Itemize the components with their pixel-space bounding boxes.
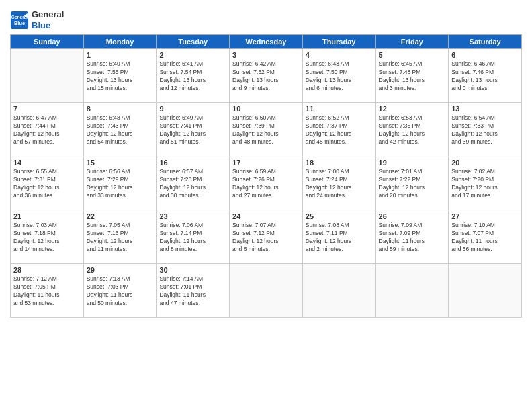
day-info-line: Sunrise: 6:57 AM: [159, 168, 226, 176]
day-cell: 11Sunrise: 6:52 AMSunset: 7:37 PMDayligh…: [302, 103, 375, 156]
day-info-line: Sunset: 7:29 PM: [87, 176, 154, 184]
day-info-line: and 6 minutes.: [306, 85, 373, 93]
day-info: Sunrise: 6:45 AMSunset: 7:48 PMDaylight:…: [379, 60, 446, 93]
day-info-line: Sunset: 7:16 PM: [87, 230, 154, 238]
day-cell: [11, 49, 84, 103]
day-header-wednesday: Wednesday: [230, 35, 303, 49]
day-number: 10: [232, 105, 300, 113]
day-cell: [230, 264, 303, 318]
day-info-line: Daylight: 12 hours: [87, 184, 154, 192]
day-info-line: and 11 minutes.: [87, 246, 154, 254]
day-info: Sunrise: 7:07 AMSunset: 7:12 PMDaylight:…: [232, 222, 300, 254]
day-cell: [302, 264, 375, 318]
day-info-line: and 51 minutes.: [159, 138, 226, 146]
day-header-monday: Monday: [83, 35, 157, 49]
day-number: 26: [379, 212, 446, 220]
day-info-line: Daylight: 12 hours: [451, 130, 519, 138]
day-cell: 2Sunrise: 6:41 AMSunset: 7:54 PMDaylight…: [157, 49, 230, 103]
day-number: 16: [159, 158, 226, 167]
day-info-line: Daylight: 13 hours: [451, 77, 519, 85]
day-info-line: Sunrise: 7:10 AM: [451, 222, 519, 230]
day-info-line: and 50 minutes.: [87, 300, 154, 308]
day-cell: 7Sunrise: 6:47 AMSunset: 7:44 PMDaylight…: [11, 103, 84, 156]
day-info-line: and 42 minutes.: [379, 138, 446, 146]
day-cell: 27Sunrise: 7:10 AMSunset: 7:07 PMDayligh…: [449, 210, 522, 264]
day-info-line: Sunset: 7:55 PM: [87, 68, 154, 77]
day-info: Sunrise: 7:02 AMSunset: 7:20 PMDaylight:…: [451, 168, 519, 200]
day-number: 28: [13, 266, 81, 274]
day-info-line: Daylight: 12 hours: [232, 184, 300, 192]
day-info: Sunrise: 6:40 AMSunset: 7:55 PMDaylight:…: [87, 60, 154, 93]
day-info-line: Daylight: 12 hours: [13, 184, 81, 192]
day-cell: 26Sunrise: 7:09 AMSunset: 7:09 PMDayligh…: [375, 210, 449, 264]
day-cell: 16Sunrise: 6:57 AMSunset: 7:28 PMDayligh…: [157, 156, 230, 210]
day-info-line: Sunset: 7:01 PM: [159, 283, 226, 291]
day-info-line: Sunrise: 7:00 AM: [306, 168, 373, 176]
day-cell: 15Sunrise: 6:56 AMSunset: 7:29 PMDayligh…: [83, 156, 157, 210]
week-row-1: 1Sunrise: 6:40 AMSunset: 7:55 PMDaylight…: [11, 49, 522, 103]
day-cell: 19Sunrise: 7:01 AMSunset: 7:22 PMDayligh…: [375, 156, 449, 210]
day-info-line: Sunrise: 6:41 AM: [159, 60, 226, 68]
day-info-line: Daylight: 13 hours: [306, 77, 373, 85]
day-info-line: Sunrise: 6:56 AM: [87, 168, 154, 176]
day-number: 30: [159, 266, 226, 274]
day-info-line: Daylight: 12 hours: [87, 130, 154, 138]
day-info-line: Sunrise: 7:13 AM: [87, 275, 154, 283]
day-info-line: Sunset: 7:52 PM: [232, 68, 300, 77]
day-info-line: Sunset: 7:03 PM: [87, 283, 154, 291]
day-cell: [449, 264, 522, 318]
day-cell: 20Sunrise: 7:02 AMSunset: 7:20 PMDayligh…: [449, 156, 522, 210]
day-info: Sunrise: 6:52 AMSunset: 7:37 PMDaylight:…: [306, 114, 373, 146]
day-info: Sunrise: 7:05 AMSunset: 7:16 PMDaylight:…: [87, 222, 154, 254]
day-header-friday: Friday: [375, 35, 449, 49]
week-row-2: 7Sunrise: 6:47 AMSunset: 7:44 PMDaylight…: [11, 103, 522, 156]
day-number: 19: [379, 158, 446, 167]
day-number: 25: [306, 212, 373, 220]
day-info-line: and 30 minutes.: [159, 192, 226, 200]
day-info-line: Daylight: 12 hours: [87, 238, 154, 246]
day-cell: 1Sunrise: 6:40 AMSunset: 7:55 PMDaylight…: [83, 49, 157, 103]
day-cell: 12Sunrise: 6:53 AMSunset: 7:35 PMDayligh…: [375, 103, 449, 156]
day-info: Sunrise: 7:09 AMSunset: 7:09 PMDaylight:…: [379, 222, 446, 254]
day-info-line: Sunrise: 7:08 AM: [306, 222, 373, 230]
day-info-line: Daylight: 11 hours: [87, 291, 154, 300]
day-cell: 10Sunrise: 6:50 AMSunset: 7:39 PMDayligh…: [230, 103, 303, 156]
day-info: Sunrise: 6:56 AMSunset: 7:29 PMDaylight:…: [87, 168, 154, 200]
day-cell: 23Sunrise: 7:06 AMSunset: 7:14 PMDayligh…: [157, 210, 230, 264]
day-info: Sunrise: 6:47 AMSunset: 7:44 PMDaylight:…: [13, 114, 81, 146]
day-info-line: Daylight: 12 hours: [306, 184, 373, 192]
day-info-line: and 0 minutes.: [451, 85, 519, 93]
day-info-line: Sunrise: 6:42 AM: [232, 60, 300, 68]
day-header-sunday: Sunday: [11, 35, 84, 49]
day-info-line: and 53 minutes.: [13, 300, 81, 308]
day-info: Sunrise: 7:12 AMSunset: 7:05 PMDaylight:…: [13, 275, 81, 308]
day-info-line: Sunrise: 7:12 AM: [13, 275, 81, 283]
day-info-line: Sunset: 7:18 PM: [13, 230, 81, 238]
day-number: 4: [306, 51, 373, 59]
day-info-line: Sunrise: 7:02 AM: [451, 168, 519, 176]
day-info-line: Sunrise: 6:50 AM: [232, 114, 300, 122]
day-info-line: Daylight: 12 hours: [379, 130, 446, 138]
day-info: Sunrise: 6:55 AMSunset: 7:31 PMDaylight:…: [13, 168, 81, 200]
day-info-line: Sunrise: 6:54 AM: [451, 114, 519, 122]
day-info: Sunrise: 6:53 AMSunset: 7:35 PMDaylight:…: [379, 114, 446, 146]
day-info-line: Sunset: 7:24 PM: [306, 176, 373, 184]
day-info: Sunrise: 6:46 AMSunset: 7:46 PMDaylight:…: [451, 60, 519, 93]
day-info: Sunrise: 7:01 AMSunset: 7:22 PMDaylight:…: [379, 168, 446, 200]
day-info: Sunrise: 7:10 AMSunset: 7:07 PMDaylight:…: [451, 222, 519, 254]
day-number: 17: [232, 158, 300, 167]
day-info-line: Daylight: 11 hours: [159, 291, 226, 300]
day-info-line: Sunset: 7:43 PM: [87, 122, 154, 130]
day-info-line: Sunrise: 7:09 AM: [379, 222, 446, 230]
calendar: SundayMondayTuesdayWednesdayThursdayFrid…: [10, 34, 522, 318]
day-info-line: Sunset: 7:14 PM: [159, 230, 226, 238]
day-info-line: Daylight: 12 hours: [232, 130, 300, 138]
day-info-line: Daylight: 12 hours: [159, 130, 226, 138]
day-info-line: Sunrise: 6:52 AM: [306, 114, 373, 122]
day-number: 20: [451, 158, 519, 167]
day-info-line: and 48 minutes.: [232, 138, 300, 146]
week-row-5: 28Sunrise: 7:12 AMSunset: 7:05 PMDayligh…: [11, 264, 522, 318]
day-info-line: Sunset: 7:33 PM: [451, 122, 519, 130]
day-cell: 21Sunrise: 7:03 AMSunset: 7:18 PMDayligh…: [11, 210, 84, 264]
day-info-line: Sunset: 7:50 PM: [306, 68, 373, 77]
